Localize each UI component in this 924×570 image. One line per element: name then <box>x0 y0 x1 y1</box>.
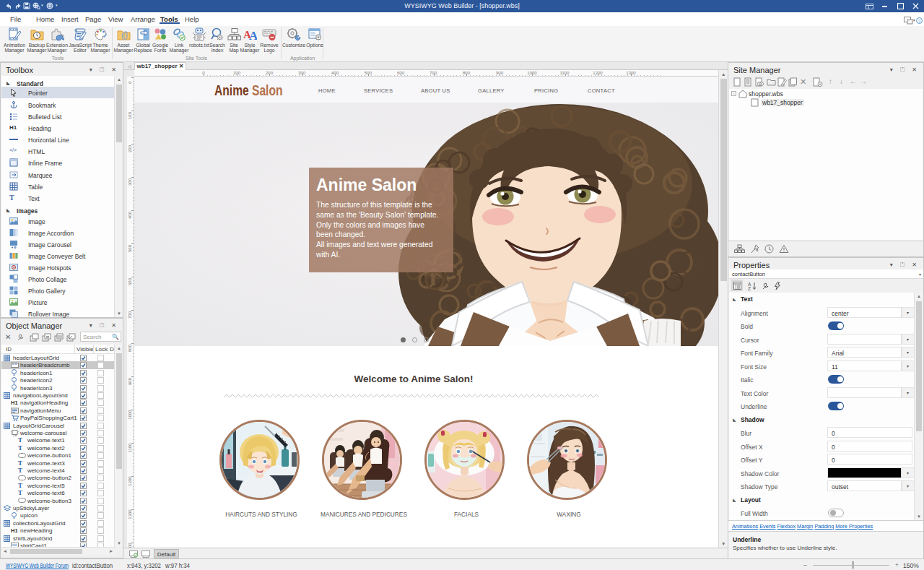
svg-text:A: A <box>249 29 257 41</box>
svg-text:Z: Z <box>748 286 751 290</box>
